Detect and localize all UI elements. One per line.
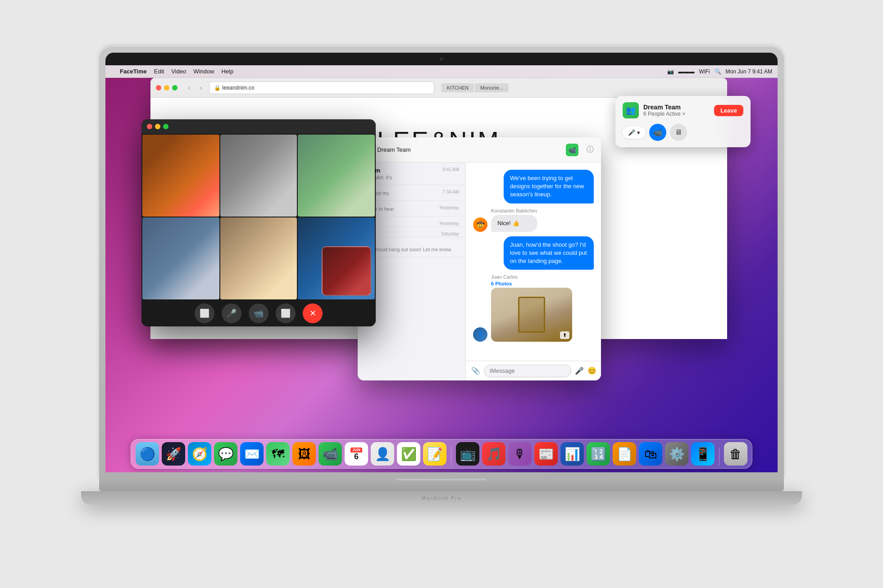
- facetime-end-call-button[interactable]: ✕: [303, 303, 323, 323]
- facetime-shareplay-button[interactable]: ⬜: [276, 303, 296, 323]
- shareplay-leave-button[interactable]: Leave: [714, 105, 743, 116]
- menubar-battery-icon: ▬▬▬: [678, 68, 695, 75]
- menubar-video[interactable]: Video: [171, 68, 186, 75]
- browser-tab-monocle[interactable]: Monocle...: [475, 83, 509, 92]
- dock-icon-music[interactable]: 🎵: [482, 442, 505, 466]
- facetime-close-button[interactable]: [147, 124, 152, 129]
- browser-tab-kitchen[interactable]: KITCHEN: [442, 83, 474, 92]
- shareplay-title: Dream Team: [643, 104, 685, 111]
- dock-icon-news[interactable]: 📰: [534, 442, 558, 466]
- menubar-window[interactable]: Window: [193, 68, 214, 75]
- messages-emoji-icon[interactable]: 😊: [587, 366, 596, 375]
- dock-icon-keynote[interactable]: 📊: [560, 442, 584, 466]
- menubar-app-name[interactable]: FaceTime: [120, 68, 147, 75]
- facetime-minimize-button[interactable]: [155, 124, 160, 129]
- menubar-right: 📷 ▬▬▬ WiFi 🔍 Mon Jun 7 9:41 AM: [667, 68, 772, 75]
- browser-traffic-lights: [156, 85, 178, 90]
- dock-icon-numbers[interactable]: 🔢: [587, 442, 610, 466]
- chat-text-sent-1: We've been trying to get designs togethe…: [504, 170, 594, 204]
- dock-icon-contacts[interactable]: 👤: [371, 442, 394, 466]
- dock-icon-calendar[interactable]: JUN 6: [345, 442, 368, 466]
- msg-time-4: Yesterday: [439, 221, 459, 226]
- dock-icon-photos[interactable]: 🖼: [292, 442, 316, 466]
- messages-window: To: Dream Team 📹 ⓘ 9:41 AM Adam r's wall…: [358, 137, 601, 380]
- menubar-search-icon[interactable]: 🔍: [715, 68, 721, 75]
- facetime-tile-6-container: [298, 217, 375, 299]
- address-bar[interactable]: 🔒 leeandnim.co: [209, 81, 434, 94]
- browser-close-button[interactable]: [156, 85, 161, 90]
- shareplay-mic-control[interactable]: 🎤 ▾: [623, 127, 646, 139]
- menubar-camera-icon: 📷: [667, 68, 674, 75]
- shareplay-title-group: Dream Team 6 People Active >: [643, 104, 685, 117]
- dock-icon-messages[interactable]: 💬: [214, 442, 237, 466]
- shareplay-video-button[interactable]: 📹: [649, 124, 666, 141]
- facetime-maximize-button[interactable]: [163, 124, 168, 129]
- browser-nav: ‹ ›: [185, 83, 205, 92]
- facetime-tile-4: [142, 217, 219, 299]
- dock-icon-facetime[interactable]: 📹: [319, 442, 342, 466]
- photo-count-badge: 6 Photos: [491, 281, 572, 286]
- participant-1-video: [142, 135, 219, 217]
- dock-icon-finder[interactable]: 🔵: [136, 442, 159, 466]
- shareplay-screen-button[interactable]: 🖥: [670, 124, 687, 141]
- dock-icon-syspreferences[interactable]: ⚙️: [665, 442, 688, 466]
- sender-name-1: Konstantin Bablichev: [491, 208, 537, 213]
- screen-bezel: FaceTime Edit Video Window Help 📷 ▬▬▬ Wi…: [105, 53, 778, 472]
- dock-icon-notes[interactable]: 📝: [423, 442, 446, 466]
- msg-time-3: Yesterday: [439, 205, 459, 210]
- participant-2-video: [220, 135, 297, 217]
- dock-icon-maps[interactable]: 🗺: [266, 442, 290, 466]
- avatar-juan-icon: 👤: [477, 331, 484, 338]
- messages-input-field[interactable]: [484, 365, 571, 377]
- chat-bubble-sent-2: Juan, how'd the shoot go? I'd love to se…: [473, 236, 594, 270]
- browser-maximize-button[interactable]: [172, 85, 178, 90]
- address-bar-lock-icon: 🔒: [214, 85, 221, 91]
- msg-preview-2: nk I lost my: [364, 190, 442, 196]
- messages-audio-icon[interactable]: 🎤: [575, 366, 584, 375]
- dock-icon-trash[interactable]: 🗑: [724, 442, 747, 466]
- photo-share-icon[interactable]: ⬆: [560, 331, 569, 339]
- dock-icon-pages[interactable]: 📄: [613, 442, 636, 466]
- dock-icon-reminders[interactable]: ✅: [397, 442, 420, 466]
- dock-icon-mail[interactable]: ✉️: [240, 442, 264, 466]
- dock-icon-launchpad[interactable]: 🚀: [162, 442, 185, 466]
- facetime-pip: [322, 246, 371, 296]
- menubar-datetime: Mon Jun 7 9:41 AM: [726, 68, 772, 75]
- dock-icon-podcasts[interactable]: 🎙: [508, 442, 532, 466]
- browser-forward-button[interactable]: ›: [196, 83, 205, 92]
- participant-3-video: [298, 135, 375, 217]
- chair-icon: [518, 297, 545, 333]
- facetime-mute-button[interactable]: 🎤: [222, 303, 241, 323]
- chat-text-sent-2: Juan, how'd the shoot go? I'd love to se…: [504, 236, 594, 270]
- msg-time-5: Saturday: [441, 231, 459, 236]
- dock-icon-safari[interactable]: 🧭: [188, 442, 211, 466]
- shareplay-notification-header: 👥 Dream Team 6 People Active > Leave: [623, 102, 743, 118]
- menubar-help[interactable]: Help: [221, 68, 233, 75]
- menubar-wifi-icon: WiFi: [699, 68, 710, 75]
- browser-minimize-button[interactable]: [164, 85, 169, 90]
- participant-5-video: [220, 217, 297, 299]
- facetime-screen-share-button[interactable]: ⬜: [195, 303, 214, 323]
- browser-back-button[interactable]: ‹: [185, 83, 194, 92]
- dock-icon-appletv[interactable]: 📺: [456, 442, 479, 466]
- menubar: FaceTime Edit Video Window Help 📷 ▬▬▬ Wi…: [105, 65, 778, 78]
- shareplay-icon: 👥: [626, 105, 636, 115]
- messages-header: To: Dream Team 📹 ⓘ: [358, 137, 601, 163]
- messages-attach-icon[interactable]: 📎: [471, 366, 480, 375]
- macbook-lid: FaceTime Edit Video Window Help 📷 ▬▬▬ Wi…: [99, 46, 784, 479]
- messages-facetime-button[interactable]: 📹: [566, 144, 578, 156]
- menubar-edit[interactable]: Edit: [154, 68, 164, 75]
- messages-info-button[interactable]: ⓘ: [587, 145, 594, 154]
- msg-preview-1: r's wallet. It's: [364, 175, 459, 180]
- facetime-tile-5: [220, 217, 297, 299]
- facetime-controls: ⬜ 🎤 📹 ⬜ ✕: [141, 300, 376, 326]
- photo-bubble[interactable]: ⬆: [491, 288, 572, 342]
- desktop-background: FaceTime Edit Video Window Help 📷 ▬▬▬ Wi…: [105, 65, 778, 472]
- address-bar-url: leeandnim.co: [222, 85, 254, 91]
- dock-icon-screentime[interactable]: 📱: [691, 442, 715, 466]
- macbook-base: [99, 479, 784, 491]
- facetime-tile-1: [142, 135, 219, 217]
- facetime-camera-button[interactable]: 📹: [249, 303, 269, 323]
- shareplay-controls: 🎤 ▾ 📹 🖥: [623, 124, 743, 141]
- dock-icon-appstore[interactable]: 🛍: [639, 442, 662, 466]
